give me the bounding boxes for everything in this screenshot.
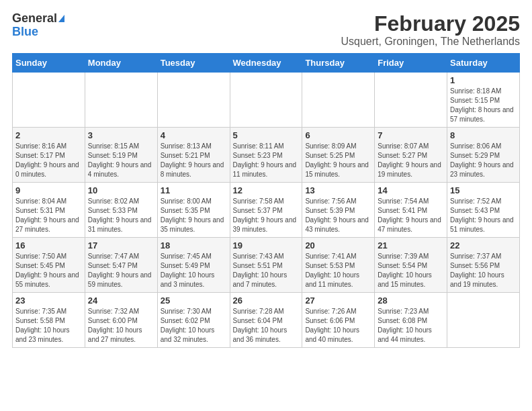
day-number: 3 [88, 130, 154, 140]
calendar-week-4: 16Sunrise: 7:50 AMSunset: 5:45 PMDayligh… [13, 238, 520, 293]
calendar-cell: 26Sunrise: 7:28 AMSunset: 6:04 PMDayligh… [230, 293, 302, 348]
header: General Blue February 2025 Usquert, Gron… [12, 12, 520, 48]
calendar-week-5: 23Sunrise: 7:35 AMSunset: 5:58 PMDayligh… [13, 293, 520, 348]
calendar-cell [230, 73, 302, 128]
day-number: 6 [305, 130, 371, 140]
day-info: Sunrise: 8:13 AMSunset: 5:21 PMDaylight:… [161, 142, 227, 179]
day-info: Sunrise: 8:15 AMSunset: 5:19 PMDaylight:… [88, 142, 154, 179]
calendar-cell: 14Sunrise: 7:54 AMSunset: 5:41 PMDayligh… [375, 183, 447, 238]
day-number: 22 [450, 240, 517, 250]
logo-general: General [12, 12, 57, 26]
day-info: Sunrise: 8:11 AMSunset: 5:23 PMDaylight:… [233, 142, 300, 179]
col-saturday: Saturday [447, 54, 520, 73]
calendar-week-3: 9Sunrise: 8:04 AMSunset: 5:31 PMDaylight… [13, 183, 520, 238]
calendar-cell: 18Sunrise: 7:45 AMSunset: 5:49 PMDayligh… [157, 238, 230, 293]
calendar-week-2: 2Sunrise: 8:16 AMSunset: 5:17 PMDaylight… [13, 128, 520, 183]
calendar-cell: 13Sunrise: 7:56 AMSunset: 5:39 PMDayligh… [302, 183, 375, 238]
day-info: Sunrise: 7:45 AMSunset: 5:49 PMDaylight:… [161, 252, 227, 289]
calendar-cell: 11Sunrise: 8:00 AMSunset: 5:35 PMDayligh… [157, 183, 230, 238]
day-number: 25 [161, 295, 227, 306]
day-info: Sunrise: 8:06 AMSunset: 5:29 PMDaylight:… [450, 142, 517, 179]
subtitle: Usquert, Groningen, The Netherlands [341, 36, 520, 48]
day-number: 17 [88, 240, 154, 250]
day-number: 10 [88, 185, 154, 195]
day-number: 1 [450, 75, 517, 85]
calendar-cell: 6Sunrise: 8:09 AMSunset: 5:25 PMDaylight… [302, 128, 375, 183]
calendar-cell: 16Sunrise: 7:50 AMSunset: 5:45 PMDayligh… [13, 238, 85, 293]
day-info: Sunrise: 7:47 AMSunset: 5:47 PMDaylight:… [88, 252, 154, 289]
day-number: 23 [15, 295, 82, 306]
calendar-cell: 28Sunrise: 7:23 AMSunset: 6:08 PMDayligh… [375, 293, 447, 348]
day-info: Sunrise: 7:41 AMSunset: 5:53 PMDaylight:… [305, 252, 371, 289]
day-info: Sunrise: 8:02 AMSunset: 5:33 PMDaylight:… [88, 197, 154, 234]
col-tuesday: Tuesday [157, 54, 230, 73]
day-number: 2 [15, 130, 82, 140]
day-info: Sunrise: 7:23 AMSunset: 6:08 PMDaylight:… [378, 307, 444, 345]
day-number: 12 [233, 185, 300, 195]
calendar-table: Sunday Monday Tuesday Wednesday Thursday… [12, 53, 520, 348]
day-number: 14 [378, 185, 444, 195]
calendar-cell: 5Sunrise: 8:11 AMSunset: 5:23 PMDaylight… [230, 128, 302, 183]
title-block: February 2025 Usquert, Groningen, The Ne… [341, 12, 520, 48]
day-info: Sunrise: 8:07 AMSunset: 5:27 PMDaylight:… [378, 142, 444, 179]
day-number: 4 [161, 130, 227, 140]
day-info: Sunrise: 7:30 AMSunset: 6:02 PMDaylight:… [161, 307, 227, 345]
day-info: Sunrise: 7:26 AMSunset: 6:06 PMDaylight:… [305, 307, 371, 345]
day-info: Sunrise: 8:09 AMSunset: 5:25 PMDaylight:… [305, 142, 371, 179]
day-info: Sunrise: 7:39 AMSunset: 5:54 PMDaylight:… [378, 252, 444, 289]
day-info: Sunrise: 7:52 AMSunset: 5:43 PMDaylight:… [450, 197, 517, 234]
main-title: February 2025 [341, 12, 520, 36]
day-number: 20 [305, 240, 371, 250]
calendar-cell: 24Sunrise: 7:32 AMSunset: 6:00 PMDayligh… [85, 293, 157, 348]
calendar-cell: 1Sunrise: 8:18 AMSunset: 5:15 PMDaylight… [447, 73, 520, 128]
calendar-cell [85, 73, 157, 128]
calendar-cell: 21Sunrise: 7:39 AMSunset: 5:54 PMDayligh… [375, 238, 447, 293]
calendar-cell [375, 73, 447, 128]
calendar-cell [13, 73, 85, 128]
calendar-cell: 23Sunrise: 7:35 AMSunset: 5:58 PMDayligh… [13, 293, 85, 348]
day-info: Sunrise: 8:00 AMSunset: 5:35 PMDaylight:… [161, 197, 227, 234]
calendar-cell: 3Sunrise: 8:15 AMSunset: 5:19 PMDaylight… [85, 128, 157, 183]
day-info: Sunrise: 8:18 AMSunset: 5:15 PMDaylight:… [450, 87, 517, 124]
day-number: 9 [15, 185, 82, 195]
calendar-cell [157, 73, 230, 128]
day-number: 15 [450, 185, 517, 195]
calendar-cell: 15Sunrise: 7:52 AMSunset: 5:43 PMDayligh… [447, 183, 520, 238]
day-number: 18 [161, 240, 227, 250]
logo-blue: Blue [12, 26, 38, 39]
calendar-cell: 2Sunrise: 8:16 AMSunset: 5:17 PMDaylight… [13, 128, 85, 183]
col-friday: Friday [375, 54, 447, 73]
calendar-cell: 22Sunrise: 7:37 AMSunset: 5:56 PMDayligh… [447, 238, 520, 293]
day-info: Sunrise: 7:50 AMSunset: 5:45 PMDaylight:… [15, 252, 82, 289]
logo-triangle-icon [58, 15, 64, 22]
day-number: 26 [233, 295, 300, 306]
page: General Blue February 2025 Usquert, Gron… [0, 0, 532, 355]
day-number: 21 [378, 240, 444, 250]
calendar-cell [447, 293, 520, 348]
day-number: 13 [305, 185, 371, 195]
day-number: 16 [15, 240, 82, 250]
calendar-cell: 8Sunrise: 8:06 AMSunset: 5:29 PMDaylight… [447, 128, 520, 183]
day-info: Sunrise: 8:16 AMSunset: 5:17 PMDaylight:… [15, 142, 82, 179]
day-info: Sunrise: 7:32 AMSunset: 6:00 PMDaylight:… [88, 307, 154, 345]
col-sunday: Sunday [13, 54, 85, 73]
day-number: 7 [378, 130, 444, 140]
day-number: 28 [378, 295, 444, 306]
calendar-week-1: 1Sunrise: 8:18 AMSunset: 5:15 PMDaylight… [13, 73, 520, 128]
calendar-cell: 9Sunrise: 8:04 AMSunset: 5:31 PMDaylight… [13, 183, 85, 238]
day-number: 24 [88, 295, 154, 306]
header-row: Sunday Monday Tuesday Wednesday Thursday… [13, 54, 520, 73]
day-info: Sunrise: 7:56 AMSunset: 5:39 PMDaylight:… [305, 197, 371, 234]
day-number: 11 [161, 185, 227, 195]
calendar-cell: 12Sunrise: 7:58 AMSunset: 5:37 PMDayligh… [230, 183, 302, 238]
day-number: 19 [233, 240, 300, 250]
day-number: 27 [305, 295, 371, 306]
day-info: Sunrise: 7:28 AMSunset: 6:04 PMDaylight:… [233, 307, 300, 345]
calendar-cell: 10Sunrise: 8:02 AMSunset: 5:33 PMDayligh… [85, 183, 157, 238]
logo: General Blue [12, 12, 64, 39]
calendar-cell: 19Sunrise: 7:43 AMSunset: 5:51 PMDayligh… [230, 238, 302, 293]
day-info: Sunrise: 7:43 AMSunset: 5:51 PMDaylight:… [233, 252, 300, 289]
calendar-cell: 17Sunrise: 7:47 AMSunset: 5:47 PMDayligh… [85, 238, 157, 293]
calendar-cell: 25Sunrise: 7:30 AMSunset: 6:02 PMDayligh… [157, 293, 230, 348]
day-info: Sunrise: 7:58 AMSunset: 5:37 PMDaylight:… [233, 197, 300, 234]
